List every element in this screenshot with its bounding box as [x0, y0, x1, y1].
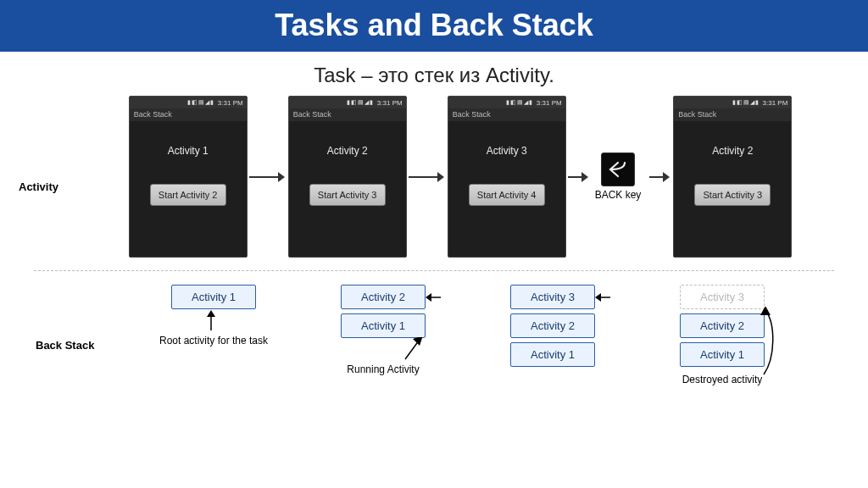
- stack-caption: Destroyed activity: [682, 374, 763, 385]
- app-bar: Back Stack: [289, 108, 406, 121]
- stack-activity-box: Activity 1: [510, 342, 595, 367]
- phone-screen: ▮◧▤◢▮ 3:31 PM Back Stack Activity 2 Star…: [673, 96, 792, 258]
- forward-arrow-icon: [648, 169, 670, 186]
- start-activity-button[interactable]: Start Activity 2: [150, 184, 226, 206]
- pointer-arrow-icon: [400, 337, 426, 363]
- stack-activity-box: Activity 3: [510, 285, 595, 309]
- app-bar: Back Stack: [130, 108, 247, 121]
- stack-caption: Root activity for the task: [159, 335, 268, 347]
- app-bar: Back Stack: [448, 108, 565, 121]
- stack-activity-box: Activity 1: [171, 285, 256, 309]
- section-divider: [34, 270, 834, 271]
- phones-row: ▮◧▤◢▮ 3:31 PM Back Stack Activity 1 Star…: [17, 96, 851, 258]
- status-time: 3:31 PM: [763, 99, 788, 107]
- stack-activity-box: Activity 1: [341, 313, 426, 338]
- phone-screen: ▮◧▤◢▮ 3:31 PM Back Stack Activity 1 Star…: [129, 96, 248, 258]
- svg-marker-16: [760, 307, 771, 315]
- svg-marker-13: [413, 337, 423, 346]
- back-key-icon[interactable]: [601, 152, 635, 186]
- svg-marker-5: [581, 172, 588, 182]
- diagram-container: Activity ▮◧▤◢▮ 3:31 PM Back Stack Activi…: [0, 96, 868, 385]
- stacks-row: Activity 1 Root activity for the task Ac…: [17, 280, 851, 385]
- pointer-arrow-icon: [759, 307, 779, 376]
- top-pointer-arrow-icon: [595, 291, 612, 307]
- slide-subtitle: Task – это стек из Activity.: [0, 52, 868, 96]
- status-icons: ▮◧▤◢▮: [732, 99, 760, 106]
- status-time: 3:31 PM: [218, 99, 243, 107]
- status-bar: ▮◧▤◢▮ 3:31 PM: [289, 97, 406, 108]
- row-label-backstack: Back Stack: [36, 339, 94, 352]
- start-activity-button[interactable]: Start Activity 3: [309, 184, 386, 206]
- start-activity-button[interactable]: Start Activity 3: [694, 184, 771, 206]
- svg-marker-15: [595, 293, 601, 302]
- phone-screen: ▮◧▤◢▮ 3:31 PM Back Stack Activity 2 Star…: [288, 96, 407, 258]
- svg-marker-7: [663, 172, 670, 182]
- status-icons: ▮◧▤◢▮: [187, 99, 214, 106]
- stack-activity-box: Activity 1: [680, 342, 765, 367]
- slide-title: Tasks and Back Stack: [0, 0, 868, 52]
- status-bar: ▮◧▤◢▮ 3:31 PM: [448, 97, 565, 108]
- activity-name-label: Activity 3: [487, 145, 527, 157]
- svg-marker-9: [207, 310, 215, 317]
- forward-arrow-icon: [566, 169, 588, 186]
- stack-activity-box: Activity 2: [510, 313, 595, 338]
- status-time: 3:31 PM: [377, 99, 403, 107]
- svg-marker-3: [437, 172, 444, 182]
- activity-name-label: Activity 2: [712, 145, 753, 157]
- svg-marker-1: [278, 172, 285, 182]
- activity-name-label: Activity 1: [168, 145, 209, 157]
- phone-screen: ▮◧▤◢▮ 3:31 PM Back Stack Activity 3 Star…: [448, 96, 566, 258]
- status-bar: ▮◧▤◢▮ 3:31 PM: [130, 97, 247, 108]
- forward-arrow-icon: [248, 169, 285, 186]
- forward-arrow-icon: [407, 169, 444, 186]
- svg-marker-11: [426, 293, 431, 302]
- start-activity-button[interactable]: Start Activity 4: [469, 184, 545, 206]
- status-time: 3:31 PM: [537, 99, 562, 107]
- stack-activity-box: Activity 2: [341, 285, 426, 309]
- stack-caption: Running Activity: [347, 363, 419, 375]
- activity-name-label: Activity 2: [327, 145, 368, 157]
- status-icons: ▮◧▤◢▮: [347, 99, 374, 106]
- top-pointer-arrow-icon: [426, 291, 442, 307]
- row-label-activity: Activity: [19, 180, 58, 193]
- stack-activity-box: Activity 2: [680, 313, 765, 338]
- status-bar: ▮◧▤◢▮ 3:31 PM: [674, 97, 791, 108]
- back-key-label: BACK key: [595, 189, 642, 201]
- app-bar: Back Stack: [674, 108, 791, 121]
- status-icons: ▮◧▤◢▮: [506, 99, 533, 106]
- pointer-arrow-icon: [203, 310, 220, 332]
- stack-activity-box-destroyed: Activity 3: [680, 285, 765, 309]
